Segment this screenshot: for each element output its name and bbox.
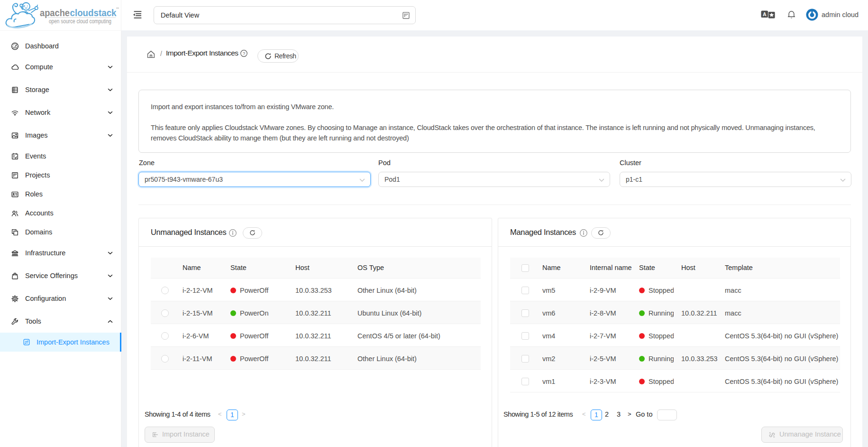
svg-text:apache: apache [40, 7, 70, 18]
svg-text:open source cloud computing: open source cloud computing [49, 18, 111, 25]
svg-text:A: A [763, 11, 767, 17]
svg-text:?: ? [243, 51, 245, 56]
svg-text:cloudstack: cloudstack [70, 7, 117, 18]
